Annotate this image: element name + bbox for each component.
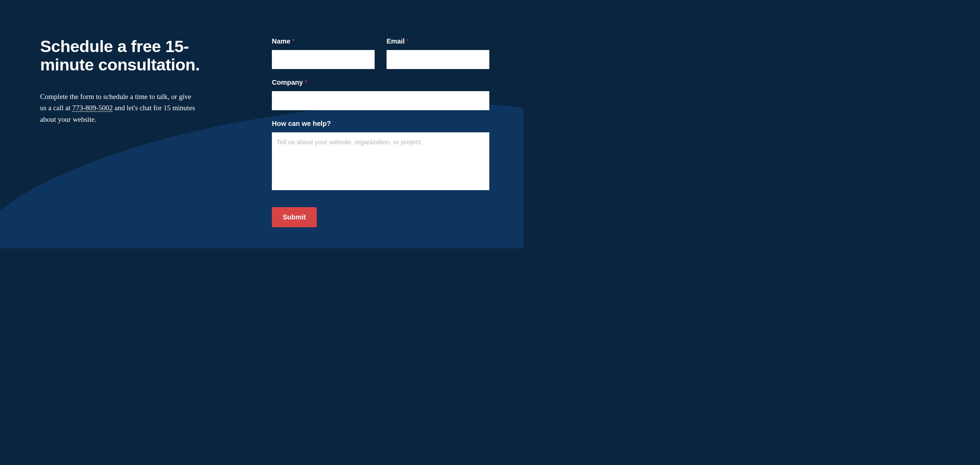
- form-group-company: Company*: [272, 79, 489, 110]
- form-group-email: Email*: [387, 37, 489, 69]
- company-label: Company*: [272, 79, 489, 86]
- email-label: Email*: [387, 37, 489, 45]
- main-container: Schedule a free 15-minute consultation. …: [0, 0, 523, 248]
- submit-button[interactable]: Submit: [272, 207, 317, 227]
- required-indicator: *: [292, 38, 294, 44]
- form-group-name: Name*: [272, 37, 375, 69]
- email-label-text: Email: [387, 37, 404, 45]
- description-text: Complete the form to schedule a time to …: [40, 91, 197, 125]
- message-label: How can we help?: [272, 120, 489, 127]
- message-textarea[interactable]: [272, 132, 489, 190]
- email-input[interactable]: [387, 50, 489, 69]
- left-column: Schedule a free 15-minute consultation. …: [0, 37, 262, 248]
- message-label-text: How can we help?: [272, 120, 331, 127]
- phone-link[interactable]: 773-809-5002: [72, 104, 113, 112]
- required-indicator: *: [305, 79, 307, 85]
- form-group-message: How can we help?: [272, 120, 489, 192]
- name-input[interactable]: [272, 50, 375, 69]
- company-label-text: Company: [272, 79, 303, 86]
- name-label-text: Name: [272, 37, 290, 45]
- page-heading: Schedule a free 15-minute consultation.: [40, 37, 241, 74]
- required-indicator: *: [407, 38, 408, 44]
- company-input[interactable]: [272, 91, 489, 110]
- right-column: Name* Email* Company* How can we help?: [262, 37, 523, 248]
- name-label: Name*: [272, 37, 375, 45]
- form-row-name-email: Name* Email*: [272, 37, 489, 69]
